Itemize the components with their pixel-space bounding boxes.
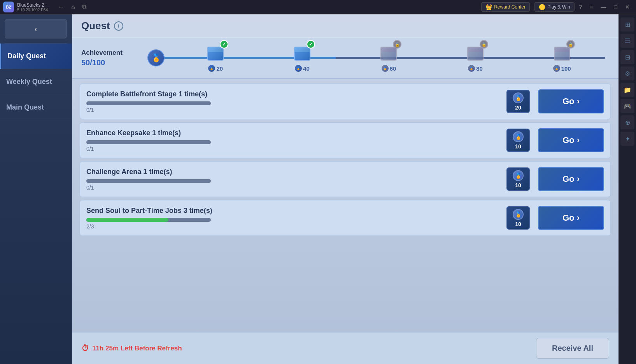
go-button-0[interactable]: Go ›: [538, 89, 604, 113]
milestone-group: ✓ 🏅 20: [172, 44, 605, 72]
back-button[interactable]: ‹: [5, 19, 67, 38]
go-button-3[interactable]: Go ›: [538, 206, 604, 230]
quest-reward-1: 🏅 10: [505, 129, 532, 152]
nav-back-button[interactable]: ←: [56, 3, 67, 11]
milestone-40[interactable]: ✓ 🏅 40: [293, 44, 312, 72]
milestone-score-100: 🏅 100: [553, 65, 571, 72]
play-win-button[interactable]: 🟡 Play & Win: [534, 2, 575, 12]
reward-center-label: Reward Center: [494, 4, 526, 10]
info-button[interactable]: i: [114, 21, 123, 31]
right-sidebar: ⊞ ☰ ⊟ ⚙ 📁 🎮 ⊕ ✦: [618, 14, 636, 364]
chest-icon-60: [380, 47, 397, 61]
start-medal-icon: 🏅: [147, 49, 165, 66]
reward-medal-0: 🏅: [513, 92, 524, 103]
reward-count-2: 10: [515, 182, 521, 188]
right-icon-gamepad[interactable]: 🎮: [620, 99, 634, 113]
quest-header: Quest i: [72, 14, 618, 38]
achievement-start-medal: 🏅: [147, 49, 165, 66]
crown-icon: 👑: [485, 4, 492, 10]
nav-home-button[interactable]: ⌂: [69, 3, 77, 11]
quest-reward-3: 🏅 10: [505, 206, 532, 230]
reward-badge-2: 🏅 10: [506, 167, 530, 191]
maximize-button[interactable]: □: [611, 3, 620, 11]
quest-progress-bar-2: [86, 179, 211, 183]
right-icon-star[interactable]: ✦: [620, 132, 634, 146]
sidebar-item-main-quest[interactable]: Main Quest: [0, 95, 72, 120]
play-win-label: Play & Win: [547, 4, 570, 10]
medal-sm-100: 🏅: [553, 65, 560, 72]
quest-list: Complete Battlefront Stage 1 time(s) 0/1…: [72, 79, 618, 332]
go-button-1[interactable]: Go ›: [538, 128, 604, 152]
milestone-value-20: 20: [216, 65, 223, 72]
sidebar-item-daily-quest[interactable]: Daily Quest: [0, 44, 72, 69]
sidebar-label-weekly: Weekly Quest: [6, 78, 52, 85]
milestone-value-100: 100: [561, 65, 571, 72]
app-version: 5.10.20.1002 P64: [17, 8, 48, 12]
quest-progress-text-1: 0/1: [86, 146, 498, 152]
quest-progress-bar-3: [86, 218, 211, 222]
right-icon-settings[interactable]: ⚙: [620, 66, 634, 80]
quest-progress-text-0: 0/1: [86, 107, 498, 113]
reward-count-3: 10: [515, 221, 521, 227]
medal-sm-80: 🏅: [468, 65, 475, 72]
refresh-timer: ⏱ 11h 25m Left Before Refresh: [81, 344, 182, 353]
milestone-20[interactable]: ✓ 🏅 20: [206, 44, 225, 72]
chest-icon-80: [467, 47, 484, 61]
milestone-80[interactable]: 🔒 🏅 80: [466, 44, 485, 72]
quest-progress-bar-0: [86, 101, 211, 105]
chest-icon-100: [554, 47, 570, 61]
quest-progress-text-2: 0/1: [86, 185, 498, 191]
reward-medal-2: 🏅: [513, 170, 524, 181]
titlebar-nav: ← ⌂ ⧉: [56, 3, 89, 11]
medal-sm-60: 🏅: [382, 65, 389, 72]
milestone-score-80: 🏅 80: [468, 65, 483, 72]
milestone-value-40: 40: [303, 65, 310, 72]
quest-item-2: Challenge Arena 1 time(s) 0/1 🏅 10 Go ›: [80, 161, 611, 197]
milestone-chest-20: ✓: [206, 44, 225, 63]
right-icon-list[interactable]: ☰: [620, 34, 634, 48]
right-icon-minus[interactable]: ⊟: [620, 50, 634, 64]
reward-badge-0: 🏅 20: [506, 90, 530, 113]
medal-sm-20: 🏅: [208, 65, 215, 72]
titlebar-left: B2 BlueStacks 2 5.10.20.1002 P64 ← ⌂ ⧉: [3, 2, 89, 12]
help-button[interactable]: ?: [579, 4, 582, 10]
quest-reward-0: 🏅 20: [505, 90, 532, 113]
receive-all-button[interactable]: Receive All: [536, 338, 609, 359]
right-icon-add[interactable]: ⊕: [620, 115, 634, 129]
quest-progress-text-3: 2/3: [86, 223, 498, 230]
right-icon-folder[interactable]: 📁: [620, 83, 634, 97]
coin-icon: 🟡: [539, 4, 545, 10]
milestone-100[interactable]: 🔒 🏅 100: [552, 44, 572, 72]
quest-reward-2: 🏅 10: [505, 167, 532, 191]
sidebar: ‹ Daily Quest Weekly Quest Main Quest: [0, 14, 72, 364]
milestone-60[interactable]: 🔒 🏅 60: [379, 44, 398, 72]
quest-item-3: Send Soul to Part-Time Jobs 3 time(s) 2/…: [80, 200, 611, 236]
quest-footer: ⏱ 11h 25m Left Before Refresh Receive Al…: [72, 332, 618, 364]
quest-name-0: Complete Battlefront Stage 1 time(s): [86, 90, 498, 98]
quest-item-0: Complete Battlefront Stage 1 time(s) 0/1…: [80, 84, 611, 119]
app-name: BlueStacks 2: [17, 2, 48, 8]
milestone-check-40: ✓: [307, 40, 315, 49]
quest-progress-bar-1: [86, 140, 211, 144]
quest-name-1: Enhance Keepsake 1 time(s): [86, 129, 498, 137]
sidebar-item-weekly-quest[interactable]: Weekly Quest: [0, 69, 72, 95]
go-button-2[interactable]: Go ›: [538, 167, 604, 191]
right-icon-grid[interactable]: ⊞: [620, 17, 634, 31]
nav-tabs-button[interactable]: ⧉: [80, 3, 89, 11]
quest-info-3: Send Soul to Part-Time Jobs 3 time(s) 2/…: [86, 207, 498, 230]
timer-label: 11h 25m Left Before Refresh: [92, 345, 182, 352]
titlebar: B2 BlueStacks 2 5.10.20.1002 P64 ← ⌂ ⧉ 👑…: [0, 0, 636, 14]
quest-info-0: Complete Battlefront Stage 1 time(s) 0/1: [86, 90, 498, 113]
quest-progress-fill-3: [86, 218, 168, 222]
milestone-score-20: 🏅 20: [208, 65, 223, 72]
reward-badge-1: 🏅 10: [506, 129, 530, 152]
titlebar-right: 👑 Reward Center 🟡 Play & Win ? ≡ — □ ✕: [481, 2, 633, 12]
medal-sm-40: 🏅: [295, 65, 302, 72]
reward-center-button[interactable]: 👑 Reward Center: [481, 2, 530, 12]
milestone-chest-100: 🔒: [552, 44, 572, 63]
minimize-button[interactable]: —: [598, 3, 610, 11]
reward-medal-1: 🏅: [513, 131, 524, 142]
menu-button[interactable]: ≡: [587, 3, 596, 11]
reward-count-1: 10: [515, 143, 521, 150]
close-button[interactable]: ✕: [622, 3, 633, 11]
